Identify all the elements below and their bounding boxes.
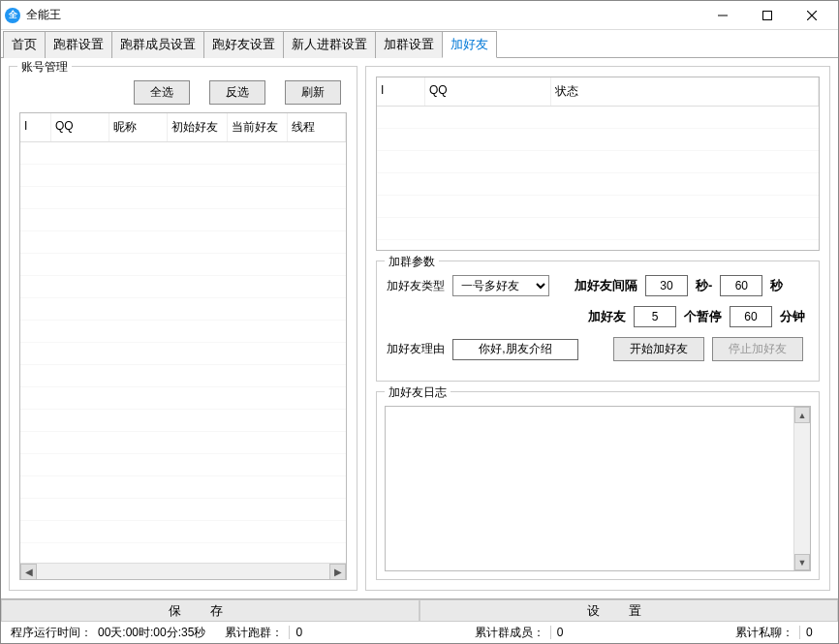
- start-button[interactable]: 开始加好友: [613, 337, 704, 361]
- col-qq[interactable]: QQ: [51, 113, 109, 141]
- pm-label: 累计私聊：: [735, 625, 793, 641]
- tab-group-member-settings[interactable]: 跑群成员设置: [111, 31, 204, 58]
- col-i[interactable]: I: [20, 113, 51, 141]
- right-panel: I QQ 状态 加群参数 加好友类型 一号多好友 加好友间隔 秒-: [365, 66, 830, 591]
- interval-low-input[interactable]: [645, 275, 688, 296]
- interval-high-input[interactable]: [720, 275, 762, 296]
- log-textarea[interactable]: ▲ ▼: [385, 406, 811, 571]
- col-init-friends[interactable]: 初始好友: [168, 113, 228, 141]
- save-button-bar[interactable]: 保存: [1, 599, 420, 622]
- tab-newcomer-settings[interactable]: 新人进群设置: [283, 31, 376, 58]
- invert-select-button[interactable]: 反选: [209, 80, 265, 105]
- status-bar: 程序运行时间： 00天:00时:00分:35秒 累计跑群： 0 累计群成员： 0…: [1, 622, 838, 643]
- stop-button: 停止加好友: [712, 337, 803, 361]
- account-grid-body[interactable]: [20, 142, 346, 563]
- minimize-button[interactable]: [700, 1, 745, 30]
- pm-value: 0: [799, 626, 828, 639]
- status-grid-body[interactable]: [377, 107, 819, 250]
- scroll-up-icon[interactable]: ▲: [794, 407, 810, 423]
- runtime-value: 00天:00时:00分:35秒: [98, 625, 205, 641]
- type-select[interactable]: 一号多好友: [452, 275, 549, 296]
- type-label: 加好友类型: [387, 278, 445, 294]
- title-bar: 全 全能王: [1, 1, 838, 30]
- tab-home[interactable]: 首页: [3, 31, 46, 58]
- reason-input[interactable]: [452, 339, 578, 360]
- col-nick[interactable]: 昵称: [109, 113, 168, 141]
- tab-strip: 首页 跑群设置 跑群成员设置 跑好友设置 新人进群设置 加群设置 加好友: [1, 30, 838, 58]
- status-grid[interactable]: I QQ 状态: [376, 77, 820, 251]
- close-button[interactable]: [790, 1, 834, 30]
- account-grid-hscroll[interactable]: ◀ ▶: [20, 563, 346, 579]
- refresh-button[interactable]: 刷新: [285, 80, 341, 105]
- account-panel-title: 账号管理: [17, 59, 72, 76]
- col2-qq[interactable]: QQ: [425, 77, 551, 106]
- members-label: 累计群成员：: [475, 625, 544, 641]
- params-group: 加群参数 加好友类型 一号多好友 加好友间隔 秒- 秒 加好友 个: [376, 261, 820, 382]
- scroll-track[interactable]: [37, 564, 329, 580]
- interval-sep: 秒-: [696, 277, 712, 294]
- maximize-button[interactable]: [745, 1, 790, 30]
- groups-label: 累计跑群：: [225, 625, 283, 641]
- tab-group-settings[interactable]: 跑群设置: [45, 31, 112, 58]
- count-input[interactable]: [634, 306, 676, 327]
- pause-input[interactable]: [730, 306, 772, 327]
- log-group-title: 加好友日志: [385, 384, 451, 401]
- account-grid[interactable]: I QQ 昵称 初始好友 当前好友 线程 ◀ ▶: [19, 112, 347, 580]
- col2-i[interactable]: I: [377, 77, 425, 106]
- interval-label: 加好友间隔: [575, 277, 637, 294]
- col-cur-friends[interactable]: 当前好友: [228, 113, 288, 141]
- groups-value: 0: [289, 626, 318, 639]
- status-grid-header: I QQ 状态: [377, 77, 819, 107]
- tab-add-group-settings[interactable]: 加群设置: [375, 31, 443, 58]
- params-group-title: 加群参数: [385, 254, 439, 270]
- count-label: 加好友: [588, 308, 626, 325]
- scroll-left-icon[interactable]: ◀: [20, 564, 37, 580]
- bottom-bar: 保存 设置: [1, 598, 838, 622]
- scroll-right-icon[interactable]: ▶: [329, 564, 346, 580]
- col2-status[interactable]: 状态: [551, 77, 819, 106]
- log-group: 加好友日志 ▲ ▼: [376, 391, 820, 580]
- reason-label: 加好友理由: [387, 341, 445, 357]
- svg-rect-1: [763, 11, 772, 19]
- settings-button-bar[interactable]: 设置: [420, 599, 838, 622]
- members-value: 0: [550, 626, 579, 639]
- app-icon: 全: [5, 8, 20, 23]
- runtime-label: 程序运行时间：: [11, 625, 92, 641]
- account-grid-header: I QQ 昵称 初始好友 当前好友 线程: [20, 113, 346, 142]
- log-vscroll[interactable]: ▲ ▼: [793, 407, 810, 570]
- interval-unit: 秒: [770, 277, 783, 294]
- col-thread[interactable]: 线程: [288, 113, 346, 141]
- scroll-down-icon[interactable]: ▼: [794, 554, 810, 570]
- select-all-button[interactable]: 全选: [134, 80, 190, 105]
- tab-friend-run-settings[interactable]: 跑好友设置: [203, 31, 284, 58]
- scroll-vtrack[interactable]: [794, 423, 810, 554]
- account-panel: 账号管理 全选 反选 刷新 I QQ 昵称 初始好友 当前好友 线程 ◀: [9, 66, 357, 591]
- tab-add-friend[interactable]: 加好友: [442, 31, 497, 58]
- count-mid: 个暂停: [684, 308, 722, 325]
- window-title: 全能王: [26, 7, 700, 23]
- pause-unit: 分钟: [780, 308, 805, 325]
